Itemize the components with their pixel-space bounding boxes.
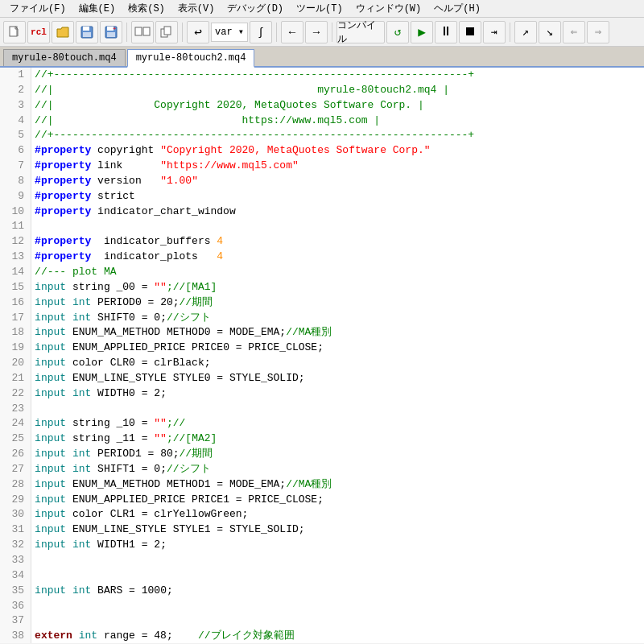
code-editor[interactable]: 1 //+-----------------------------------… <box>0 68 644 643</box>
table-row: 1 //+-----------------------------------… <box>0 68 644 83</box>
line-code[interactable]: //+-------------------------------------… <box>31 128 644 143</box>
svg-rect-4 <box>83 27 89 31</box>
run-button[interactable]: ▶ <box>411 21 433 43</box>
menu-window[interactable]: ウィンドウ(W) <box>349 0 428 17</box>
line-code[interactable]: //--- plot MA <box>31 265 644 280</box>
menu-tools[interactable]: ツール(T) <box>290 0 349 17</box>
table-row: 12 #property indicator_buffers 4 <box>0 234 644 250</box>
line-code[interactable] <box>31 613 644 629</box>
menu-help[interactable]: ヘルプ(H) <box>427 0 487 17</box>
line-code[interactable]: extern int range = 48; //ブレイク対象範囲 <box>31 629 644 643</box>
undo-button[interactable]: ↩ <box>187 21 209 43</box>
line-number: 10 <box>0 204 31 220</box>
line-code[interactable]: #property indicator_chart_window <box>31 204 644 220</box>
open-button[interactable]: rcl <box>27 21 50 43</box>
line-code[interactable] <box>31 568 644 584</box>
line-code[interactable]: input int PERIOD0 = 20;//期間 <box>31 295 644 311</box>
line-code[interactable]: #property link "https://www.mql5.com" <box>31 159 644 174</box>
menu-search[interactable]: 検索(S) <box>122 0 171 17</box>
func-button[interactable]: ∫ <box>250 21 272 43</box>
table-row: 32 input int WIDTH1 = 2; <box>0 538 644 553</box>
line-code[interactable]: input int WIDTH1 = 2; <box>31 538 644 553</box>
step-button[interactable]: ⇥ <box>483 21 506 43</box>
line-code[interactable]: input int BARS = 1000; <box>31 584 644 599</box>
tab-file1[interactable]: myrule-80touch.mq4 <box>3 49 126 66</box>
new-button[interactable] <box>3 21 26 43</box>
line-number: 32 <box>0 538 31 553</box>
line-code[interactable]: input ENUM_LINE_STYLE STYLE0 = STYLE_SOL… <box>31 371 644 386</box>
menu-debug[interactable]: デバッグ(D) <box>221 0 290 17</box>
table-row: 20 input color CLR0 = clrBlack; <box>0 356 644 371</box>
line-code[interactable]: input int SHIFT0 = 0;//シフト <box>31 311 644 326</box>
sep3 <box>276 23 277 42</box>
pause-button[interactable]: ⏸ <box>435 21 457 43</box>
line-number: 21 <box>0 371 31 386</box>
line-code[interactable]: #property version "1.00" <box>31 174 644 189</box>
line-number: 26 <box>0 447 31 462</box>
bt1[interactable]: ↗ <box>514 21 537 43</box>
back-button[interactable]: ← <box>281 21 303 43</box>
line-code[interactable]: input int WIDTH0 = 2; <box>31 386 644 402</box>
line-code[interactable]: //| Copyright 2020, MetaQuotes Software … <box>31 98 644 114</box>
refresh-button[interactable]: ↺ <box>386 21 409 43</box>
svg-rect-13 <box>164 27 171 35</box>
line-code[interactable]: input ENUM_APPLIED_PRICE PRICE0 = PRICE_… <box>31 341 644 356</box>
line-code[interactable]: input ENUM_LINE_STYLE STYLE1 = STYLE_SOL… <box>31 522 644 538</box>
bt4[interactable]: ⇒ <box>587 21 609 43</box>
line-code[interactable]: #property copyright "Copyright 2020, Met… <box>31 143 644 159</box>
table-row: 35 input int BARS = 1000; <box>0 584 644 599</box>
table-row: 7 #property link "https://www.mql5.com" <box>0 159 644 174</box>
var-dropdown[interactable]: var ▾ <box>211 23 248 42</box>
menu-file[interactable]: ファイル(F) <box>3 0 72 17</box>
table-row: 13 #property indicator_plots 4 <box>0 250 644 265</box>
tab-file2[interactable]: myrule-80touch2.mq4 <box>127 49 255 68</box>
bt2[interactable]: ↘ <box>539 21 561 43</box>
table-row: 29 input ENUM_APPLIED_PRICE PRICE1 = PRI… <box>0 493 644 508</box>
line-code[interactable]: #property strict <box>31 189 644 204</box>
line-code[interactable]: input ENUM_MA_METHOD METHOD1 = MODE_EMA;… <box>31 477 644 493</box>
line-code[interactable]: input string _10 = "";// <box>31 416 644 431</box>
line-code[interactable]: input string _00 = "";//[MA1] <box>31 280 644 295</box>
line-code[interactable]: input int PERIOD1 = 80;//期間 <box>31 447 644 462</box>
menu-view[interactable]: 表示(V) <box>171 0 221 17</box>
line-code[interactable]: input int SHIFT1 = 0;//シフト <box>31 462 644 477</box>
line-code[interactable]: input color CLR0 = clrBlack; <box>31 356 644 371</box>
line-code[interactable] <box>31 402 644 417</box>
line-code[interactable]: #property indicator_plots 4 <box>31 250 644 265</box>
save2-button[interactable]: + <box>100 21 122 43</box>
table-row: 30 input color CLR1 = clrYellowGreen; <box>0 507 644 522</box>
menu-bar: ファイル(F) 編集(E) 検索(S) 表示(V) デバッグ(D) ツール(T)… <box>0 0 644 18</box>
line-code[interactable] <box>31 599 644 614</box>
view-button[interactable] <box>131 21 154 43</box>
line-number: 17 <box>0 311 31 326</box>
save-button[interactable] <box>76 21 98 43</box>
toolbar: rcl + ↩ var ▾ ∫ ← <box>0 18 644 47</box>
forward-button[interactable]: → <box>305 21 328 43</box>
sep2 <box>182 23 183 42</box>
line-number: 19 <box>0 341 31 356</box>
line-number: 18 <box>0 325 31 341</box>
bt3[interactable]: ⇐ <box>563 21 585 43</box>
line-code[interactable] <box>31 219 644 234</box>
line-code[interactable] <box>31 553 644 568</box>
stop-button[interactable]: ⏹ <box>459 21 481 43</box>
line-number: 34 <box>0 568 31 584</box>
table-row: 8 #property version "1.00" <box>0 174 644 189</box>
line-code[interactable]: //+-------------------------------------… <box>31 68 644 83</box>
compile-button[interactable]: コンパイル <box>336 21 385 43</box>
line-code[interactable]: input ENUM_MA_METHOD METHOD0 = MODE_EMA;… <box>31 325 644 341</box>
line-code[interactable]: //| https://www.mql5.com | <box>31 114 644 129</box>
line-number: 3 <box>0 98 31 114</box>
line-code[interactable]: input color CLR1 = clrYellowGreen; <box>31 507 644 522</box>
line-code[interactable]: //| myrule-80touch2.mq4 | <box>31 83 644 98</box>
line-code[interactable]: input string _11 = "";//[MA2] <box>31 431 644 447</box>
sep5 <box>510 23 510 42</box>
line-code[interactable]: #property indicator_buffers 4 <box>31 234 644 250</box>
folder-button[interactable] <box>52 21 74 43</box>
svg-rect-10 <box>135 27 142 35</box>
table-row: 21 input ENUM_LINE_STYLE STYLE0 = STYLE_… <box>0 371 644 386</box>
menu-edit[interactable]: 編集(E) <box>72 0 122 17</box>
table-row: 28 input ENUM_MA_METHOD METHOD1 = MODE_E… <box>0 477 644 493</box>
copy-button[interactable] <box>155 21 178 43</box>
line-code[interactable]: input ENUM_APPLIED_PRICE PRICE1 = PRICE_… <box>31 493 644 508</box>
